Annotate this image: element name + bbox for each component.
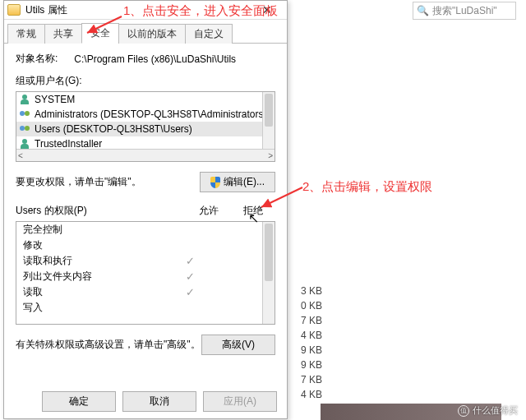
tab-自定义[interactable]: 自定义 — [185, 24, 233, 44]
principals-listbox[interactable]: SYSTEMAdministrators (DESKTOP-QL3HS8T\Ad… — [16, 91, 275, 162]
group-icon — [20, 123, 31, 135]
check-icon: ✓ — [168, 286, 212, 298]
permission-row: 修改 — [16, 238, 263, 253]
explorer-search-box[interactable]: 🔍 搜索"LuDaShi" — [413, 2, 516, 20]
permissions-scrollbar[interactable] — [262, 222, 275, 324]
permission-row: 写入 — [16, 300, 263, 316]
permission-row: 读取和执行✓ — [16, 253, 263, 269]
object-path: C:\Program Files (x86)\LuDaShi\Utils — [74, 53, 236, 65]
tabs-row: 常规共享安全以前的版本自定义 — [4, 20, 287, 44]
groups-label: 组或用户名(G): — [16, 74, 275, 88]
check-icon: ✓ — [168, 255, 212, 267]
perm-title: Users 的权限(P) — [16, 204, 187, 218]
principals-scrollbar-horizontal[interactable]: <> — [16, 149, 275, 161]
cancel-button[interactable]: 取消 — [122, 391, 196, 412]
tab-常规[interactable]: 常规 — [7, 24, 45, 44]
principal-item[interactable]: SYSTEM — [16, 92, 275, 107]
principal-item[interactable]: Administrators (DESKTOP-QL3HS8T\Administ… — [16, 107, 275, 122]
search-placeholder: 搜索"LuDaShi" — [432, 4, 497, 18]
tab-以前的版本[interactable]: 以前的版本 — [118, 24, 186, 44]
principal-item[interactable]: Users (DESKTOP-QL3HS8T\Users) — [16, 122, 275, 136]
shield-icon — [210, 177, 220, 188]
group-icon — [20, 108, 31, 120]
properties-dialog: Utils 属性 ✕ 常规共享安全以前的版本自定义 对象名称: C:\Progr… — [3, 0, 288, 419]
watermark-icon: 值 — [458, 405, 469, 417]
principals-scrollbar-vertical[interactable] — [262, 92, 275, 150]
perm-allow-header: 允许 — [187, 204, 231, 218]
explorer-file-sizes: 3 KB0 KB7 KB4 KB9 KB9 KB7 KB4 KB — [289, 284, 322, 402]
check-icon: ✓ — [168, 270, 212, 283]
permission-row: 读取✓ — [16, 284, 263, 300]
annotation-1: 1、点击安全，进入安全面板 — [123, 3, 278, 19]
object-name-label: 对象名称: — [16, 52, 58, 66]
annotation-2: 2、点击编辑，设置权限 — [302, 179, 432, 195]
edit-hint: 要更改权限，请单击"编辑"。 — [16, 175, 141, 189]
permission-row: 完全控制 — [16, 222, 263, 238]
apply-button[interactable]: 应用(A) — [203, 391, 277, 412]
permission-row: 列出文件夹内容✓ — [16, 269, 263, 284]
ok-button[interactable]: 确定 — [42, 391, 116, 412]
perm-deny-header: 拒绝 — [231, 204, 275, 218]
search-icon: 🔍 — [417, 5, 429, 16]
principal-item[interactable]: TrustedInstaller — [16, 136, 275, 150]
folder-icon — [7, 4, 21, 16]
tab-安全[interactable]: 安全 — [81, 23, 119, 44]
permissions-listbox[interactable]: 完全控制修改读取和执行✓列出文件夹内容✓读取✓写入 — [16, 221, 275, 325]
user-icon — [20, 138, 31, 150]
watermark: 值 什么值得买 — [458, 404, 518, 417]
advanced-hint: 有关特殊权限或高级设置，请单击"高级"。 — [16, 338, 201, 352]
advanced-button[interactable]: 高级(V) — [201, 335, 275, 355]
user-icon — [20, 94, 31, 105]
edit-button[interactable]: 编辑(E)... — [200, 172, 275, 192]
tab-共享[interactable]: 共享 — [44, 24, 82, 44]
